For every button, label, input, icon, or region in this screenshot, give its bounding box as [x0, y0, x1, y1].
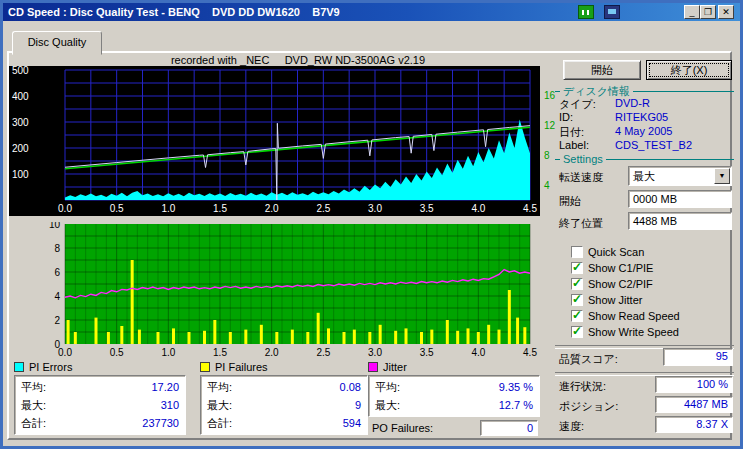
jitter-stats-panel: 平均:9.35 % 最大:12.7 % — [368, 375, 540, 417]
po-failures-label: PO Failures: — [372, 422, 433, 434]
check-icon: ✓ — [572, 292, 582, 306]
jitter-legend-header: Jitter — [368, 361, 407, 373]
svg-text:1.5: 1.5 — [213, 203, 227, 214]
transfer-speed-label: 転送速度 — [559, 170, 603, 185]
position-value: 4487 MB — [655, 396, 733, 413]
checkbox-box: ✓ — [571, 326, 583, 338]
right-axis-tick: 8 — [544, 150, 550, 161]
right-axis-tick: 4 — [544, 180, 550, 191]
svg-text:0.5: 0.5 — [110, 347, 124, 358]
stat-row: 平均:0.08 — [207, 379, 361, 396]
svg-text:2.5: 2.5 — [316, 203, 330, 214]
title-bar[interactable]: CD Speed : Disc Quality Test - BENQ DVD … — [3, 3, 740, 21]
checkbox-box: ✓ — [571, 246, 583, 258]
pi-errors-swatch-icon — [14, 362, 24, 372]
speed-label: 速度: — [559, 419, 584, 434]
speed-value: 8.37 X — [655, 416, 733, 433]
disc-id-value: RITEKG05 — [615, 111, 668, 123]
svg-text:4.0: 4.0 — [471, 347, 485, 358]
svg-text:2: 2 — [54, 315, 60, 326]
check-icon: ✓ — [572, 260, 582, 274]
svg-text:8: 8 — [54, 243, 60, 254]
svg-text:4.0: 4.0 — [471, 203, 485, 214]
tab-disc-quality[interactable]: Disc Quality — [12, 31, 102, 55]
maximize-button[interactable]: ❐ — [700, 5, 716, 19]
checkbox-box: ✓ — [571, 310, 583, 322]
disc-label-value: CDS_TEST_B2 — [615, 139, 692, 151]
svg-text:4.5: 4.5 — [523, 347, 537, 358]
stat-row: 平均:17.20 — [21, 379, 179, 396]
svg-text:1.0: 1.0 — [161, 347, 175, 358]
checkbox-box: ✓ — [571, 294, 583, 306]
checkbox-show-jitter[interactable]: ✓ Show Jitter — [571, 293, 642, 306]
check-icon: ✓ — [572, 308, 582, 322]
svg-text:0.0: 0.0 — [58, 347, 72, 358]
po-failures-value: 0 — [480, 420, 538, 436]
checkbox-show-c1-pie[interactable]: ✓ Show C1/PIE — [571, 261, 653, 274]
svg-text:3.0: 3.0 — [368, 347, 382, 358]
pi-errors-legend-header: PI Errors — [14, 361, 72, 373]
close-button[interactable]: ✕ — [718, 5, 734, 19]
chevron-down-icon[interactable]: ▼ — [714, 168, 730, 184]
start-position-field[interactable]: 0000 MB — [628, 190, 732, 208]
pi-failures-legend-header: PI Failures — [200, 361, 268, 373]
checkbox-show-write-speed[interactable]: ✓ Show Write Speed — [571, 325, 679, 338]
start-position-label: 開始 — [559, 194, 581, 209]
checkbox-box: ✓ — [571, 262, 583, 274]
disc-type-label: タイプ: — [559, 97, 596, 112]
stat-row: 平均:9.35 % — [375, 379, 533, 396]
svg-text:100: 100 — [12, 169, 29, 180]
right-axis-tick: 16 — [544, 90, 555, 101]
progress-value: 100 % — [655, 376, 733, 393]
quality-pif-jitter-chart: 02468100.00.51.01.52.02.53.03.54.04.5 — [9, 222, 540, 360]
exit-button[interactable]: 終了(X) — [646, 60, 732, 80]
window-title: CD Speed : Disc Quality Test - BENQ DVD … — [3, 3, 740, 21]
minimize-button[interactable]: _ — [684, 5, 700, 19]
disc-label-label: Label: — [559, 139, 589, 151]
position-label: ポジション: — [559, 399, 618, 414]
check-icon: ✓ — [572, 324, 582, 338]
quality-score-value: 95 — [663, 348, 733, 366]
checkbox-quick-scan[interactable]: ✓ Quick Scan — [571, 245, 644, 258]
start-button[interactable]: 開始 — [563, 60, 641, 80]
checkbox-show-read-speed[interactable]: ✓ Show Read Speed — [571, 309, 680, 322]
svg-text:2.0: 2.0 — [265, 203, 279, 214]
svg-text:0.5: 0.5 — [110, 203, 124, 214]
svg-text:1.5: 1.5 — [213, 347, 227, 358]
transfer-speed-dropdown[interactable]: 最大 ▼ — [628, 166, 732, 186]
progress-label: 進行状況: — [559, 379, 606, 394]
pi-failures-stats-panel: 平均:0.08 最大:9 合計:594 — [200, 375, 368, 435]
end-position-label: 終了位置 — [559, 216, 603, 231]
cd-speed-window: CD Speed : Disc Quality Test - BENQ DVD … — [0, 0, 743, 449]
svg-text:3.5: 3.5 — [420, 203, 434, 214]
quality-score-label: 品質スコア: — [559, 352, 618, 367]
chart-icon[interactable] — [578, 5, 594, 19]
transfer-speed-value: 最大 — [633, 170, 655, 182]
svg-text:3.5: 3.5 — [420, 347, 434, 358]
svg-text:2.0: 2.0 — [265, 347, 279, 358]
svg-text:500: 500 — [12, 66, 29, 76]
checkbox-show-c2-pif[interactable]: ✓ Show C2/PIF — [571, 277, 653, 290]
svg-text:10: 10 — [49, 222, 61, 230]
disc-type-value: DVD-R — [615, 97, 650, 109]
svg-text:4: 4 — [54, 291, 60, 302]
stat-row: 最大:9 — [207, 397, 361, 414]
svg-text:2.5: 2.5 — [316, 347, 330, 358]
svg-text:6: 6 — [54, 267, 60, 278]
jitter-swatch-icon — [368, 362, 378, 372]
checkbox-box: ✓ — [571, 278, 583, 290]
svg-text:3.0: 3.0 — [368, 203, 382, 214]
svg-text:4.5: 4.5 — [523, 203, 537, 214]
disc-date-label: 日付: — [559, 125, 584, 140]
monitor-icon[interactable] — [604, 5, 620, 19]
settings-header: Settings — [555, 153, 734, 165]
right-axis-tick: 12 — [544, 120, 555, 131]
disc-id-label: ID: — [559, 111, 573, 123]
stat-row: 最大:12.7 % — [375, 397, 533, 414]
svg-text:400: 400 — [12, 91, 29, 102]
end-position-field[interactable]: 4488 MB — [628, 212, 732, 230]
svg-text:300: 300 — [12, 117, 29, 128]
pi-errors-stats-panel: 平均:17.20 最大:310 合計:237730 — [14, 375, 186, 435]
disc-date-value: 4 May 2005 — [615, 125, 672, 137]
client-area: Disc Quality recorded with _NEC DVD_RW N… — [3, 21, 740, 446]
